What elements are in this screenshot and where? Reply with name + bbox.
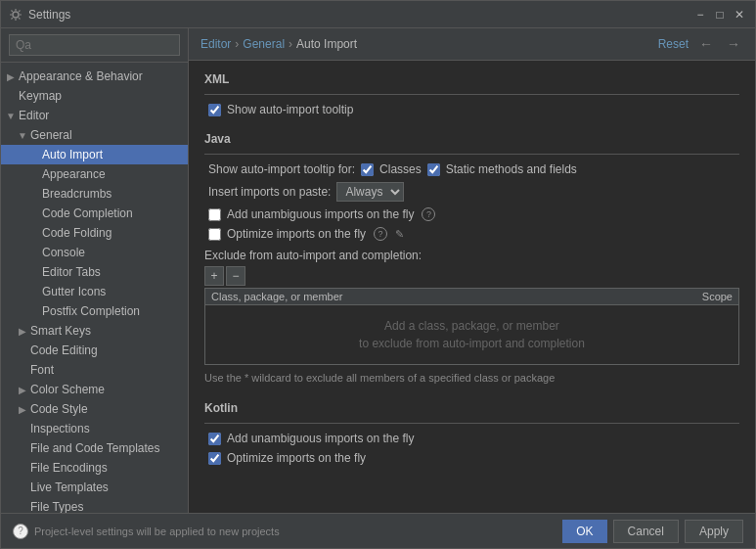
kotlin-optimize-imports-label: Optimize imports on the fly bbox=[227, 451, 366, 465]
java-tooltip-prefix: Show auto-import tooltip for: bbox=[208, 162, 355, 176]
add-exclude-button[interactable]: + bbox=[204, 266, 224, 286]
java-insert-imports-row: Insert imports on paste: Always Ask Neve… bbox=[204, 182, 739, 202]
exclude-toolbar: + − bbox=[204, 266, 739, 286]
optimize-imports-help-icon[interactable]: ? bbox=[374, 227, 387, 241]
kotlin-divider bbox=[204, 423, 739, 424]
close-button[interactable]: ✕ bbox=[732, 7, 747, 23]
sidebar-item-auto-import[interactable]: Auto Import bbox=[1, 145, 188, 164]
sidebar-item-keymap[interactable]: Keymap bbox=[1, 86, 188, 106]
sidebar-item-editor[interactable]: ▼Editor bbox=[1, 106, 188, 125]
sidebar-item-code-folding[interactable]: Code Folding bbox=[1, 223, 188, 243]
sidebar-item-gutter-icons[interactable]: Gutter Icons bbox=[1, 282, 188, 301]
kotlin-add-unambiguous-checkbox[interactable] bbox=[208, 433, 221, 445]
xml-section-title: XML bbox=[204, 72, 739, 86]
sidebar-item-file-encodings[interactable]: File Encodings bbox=[1, 458, 188, 478]
optimize-imports-edit-icon[interactable]: ✎ bbox=[395, 228, 404, 241]
breadcrumb-editor[interactable]: Editor bbox=[200, 37, 231, 51]
sidebar-item-breadcrumbs[interactable]: Breadcrumbs bbox=[1, 184, 188, 204]
content-panel: Editor › General › Auto Import Reset ← →… bbox=[189, 28, 755, 513]
sidebar-item-code-completion[interactable]: Code Completion bbox=[1, 204, 188, 223]
ok-button[interactable]: OK bbox=[562, 520, 606, 543]
footer-hint-text: Project-level settings will be applied t… bbox=[34, 526, 280, 537]
breadcrumb-general[interactable]: General bbox=[243, 37, 285, 51]
apply-button[interactable]: Apply bbox=[685, 520, 743, 543]
sidebar-item-appearance[interactable]: Appearance bbox=[1, 164, 188, 184]
search-input[interactable] bbox=[9, 34, 180, 56]
sidebar-item-postfix-completion[interactable]: Postfix Completion bbox=[1, 301, 188, 321]
java-divider bbox=[204, 154, 739, 155]
java-classes-checkbox[interactable] bbox=[361, 163, 374, 176]
exclude-hint: Use the * wildcard to exclude all member… bbox=[204, 371, 674, 386]
sidebar-item-file-types[interactable]: File Types bbox=[1, 497, 188, 513]
sidebar-item-general[interactable]: ▼General bbox=[1, 125, 188, 145]
java-tooltip-row: Show auto-import tooltip for: Classes St… bbox=[204, 162, 739, 176]
minimize-button[interactable]: − bbox=[692, 7, 708, 23]
sidebar-label-code-folding: Code Folding bbox=[42, 226, 111, 240]
java-add-unambiguous-label: Add unambiguous imports on the fly bbox=[227, 207, 414, 221]
sidebar-item-code-style[interactable]: ▶Code Style bbox=[1, 399, 188, 419]
kotlin-optimize-imports-row: Optimize imports on the fly bbox=[204, 451, 739, 465]
nav-back-button[interactable]: ← bbox=[696, 36, 716, 52]
sidebar-label-smart-keys: Smart Keys bbox=[30, 324, 91, 338]
sidebar-item-color-scheme[interactable]: ▶Color Scheme bbox=[1, 380, 188, 399]
title-bar-controls: − □ ✕ bbox=[692, 7, 747, 23]
placeholder-line2: to exclude from auto-import and completi… bbox=[359, 335, 585, 352]
maximize-button[interactable]: □ bbox=[712, 7, 728, 23]
java-static-checkbox[interactable] bbox=[427, 163, 440, 176]
sidebar-item-editor-tabs[interactable]: Editor Tabs bbox=[1, 262, 188, 282]
breadcrumb-bar: Editor › General › Auto Import Reset ← → bbox=[189, 28, 755, 61]
table-placeholder: Add a class, package, or member to exclu… bbox=[359, 317, 585, 352]
kotlin-optimize-imports-checkbox[interactable] bbox=[208, 452, 221, 465]
table-body: Add a class, package, or member to exclu… bbox=[205, 305, 738, 364]
kotlin-add-unambiguous-row: Add unambiguous imports on the fly bbox=[204, 432, 739, 445]
remove-exclude-button[interactable]: − bbox=[226, 266, 245, 286]
sidebar-item-file-code-templates[interactable]: File and Code Templates bbox=[1, 438, 188, 458]
java-optimize-imports-checkbox[interactable] bbox=[208, 228, 221, 241]
reset-button[interactable]: Reset bbox=[658, 37, 689, 51]
expand-icon-smart-keys: ▶ bbox=[17, 325, 28, 337]
xml-section: XML Show auto-import tooltip bbox=[204, 72, 739, 116]
java-classes-label: Classes bbox=[379, 162, 422, 176]
breadcrumb-actions: Reset ← → bbox=[658, 36, 743, 52]
sidebar-label-code-style: Code Style bbox=[30, 402, 88, 416]
expand-icon-code-style: ▶ bbox=[17, 403, 28, 415]
sidebar-label-font: Font bbox=[30, 363, 54, 377]
settings-tree: ▶Appearance & BehaviorKeymap▼Editor▼Gene… bbox=[1, 63, 188, 513]
search-box bbox=[1, 28, 188, 63]
java-static-label: Static methods and fields bbox=[446, 162, 577, 176]
sidebar-label-editor: Editor bbox=[19, 109, 49, 122]
exclude-section: Exclude from auto-import and completion:… bbox=[204, 249, 739, 386]
sidebar-item-smart-keys[interactable]: ▶Smart Keys bbox=[1, 321, 188, 341]
cancel-button[interactable]: Cancel bbox=[613, 520, 679, 543]
sidebar-label-file-encodings: File Encodings bbox=[30, 461, 108, 475]
sidebar-item-code-editing[interactable]: Code Editing bbox=[1, 341, 188, 360]
sidebar-item-inspections[interactable]: Inspections bbox=[1, 419, 188, 438]
title-bar-title: Settings bbox=[9, 8, 70, 22]
nav-forward-button[interactable]: → bbox=[724, 36, 743, 52]
breadcrumb-sep-2: › bbox=[289, 37, 292, 51]
java-insert-imports-label: Insert imports on paste: bbox=[208, 185, 331, 199]
placeholder-line1: Add a class, package, or member bbox=[359, 317, 585, 335]
sidebar-label-console: Console bbox=[42, 246, 85, 259]
breadcrumb-sep-1: › bbox=[235, 37, 239, 51]
footer: ? Project-level settings will be applied… bbox=[1, 513, 755, 548]
xml-show-tooltip-checkbox[interactable] bbox=[208, 104, 221, 116]
sidebar-item-font[interactable]: Font bbox=[1, 360, 188, 380]
sidebar-item-live-templates[interactable]: Live Templates bbox=[1, 478, 188, 497]
add-unambiguous-help-icon[interactable]: ? bbox=[422, 207, 435, 221]
java-insert-imports-select[interactable]: Always Ask Never bbox=[336, 182, 404, 202]
expand-icon-editor: ▼ bbox=[5, 110, 17, 121]
expand-icon-color-scheme: ▶ bbox=[17, 384, 28, 395]
table-col-class: Class, package, or member bbox=[211, 291, 674, 302]
sidebar-item-appearance-behavior[interactable]: ▶Appearance & Behavior bbox=[1, 67, 188, 86]
kotlin-section: Kotlin Add unambiguous imports on the fl… bbox=[204, 401, 739, 465]
java-add-unambiguous-checkbox[interactable] bbox=[208, 208, 221, 221]
footer-help-button[interactable]: ? bbox=[13, 524, 28, 539]
settings-scroll-content: XML Show auto-import tooltip Java Show a… bbox=[189, 61, 755, 513]
sidebar-label-code-editing: Code Editing bbox=[30, 343, 98, 357]
sidebar-label-gutter-icons: Gutter Icons bbox=[42, 285, 106, 298]
exclude-title: Exclude from auto-import and completion: bbox=[204, 249, 739, 262]
xml-divider bbox=[204, 94, 739, 95]
java-optimize-imports-label: Optimize imports on the fly bbox=[227, 227, 366, 241]
sidebar-item-console[interactable]: Console bbox=[1, 243, 188, 262]
